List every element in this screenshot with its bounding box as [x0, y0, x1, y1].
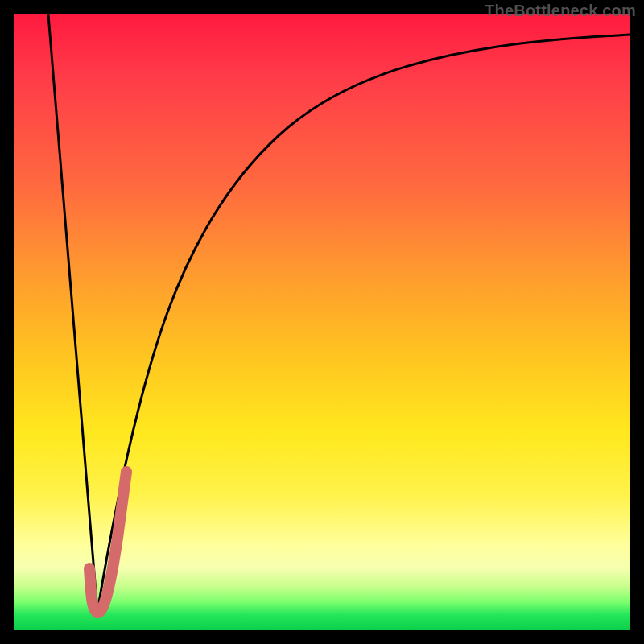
pink-j-mark	[89, 472, 126, 613]
watermark: TheBottleneck.com	[485, 2, 636, 20]
left-line	[48, 14, 97, 612]
chart-lines	[14, 14, 630, 630]
rising-curve	[97, 35, 630, 612]
frame: TheBottleneck.com	[0, 0, 644, 644]
